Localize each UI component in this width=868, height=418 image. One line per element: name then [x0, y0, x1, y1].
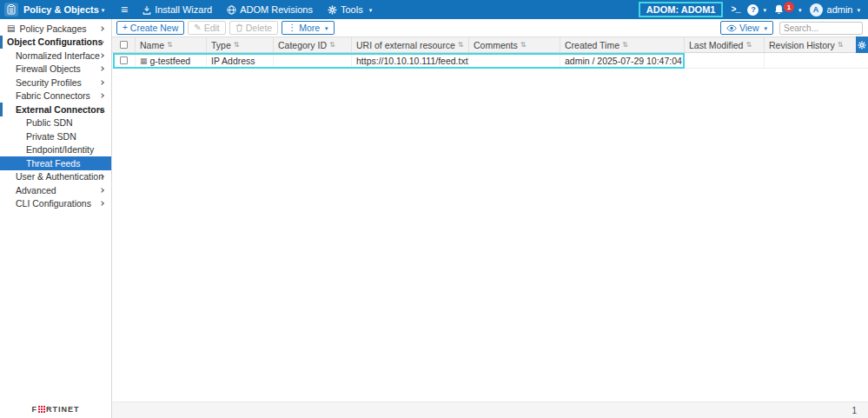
column-settings-button[interactable] — [856, 36, 868, 54]
help-icon: ? — [747, 4, 759, 16]
delete-button[interactable]: Delete — [229, 21, 278, 35]
cell-created-time: admin / 2025-07-29 10:47:04 — [560, 53, 685, 68]
adom-indicator[interactable]: ADOM: ADOM1 — [639, 2, 724, 17]
notifications-button[interactable]: 1 ▾ — [774, 4, 802, 15]
more-label: More — [299, 23, 320, 33]
user-name: admin — [827, 4, 853, 15]
table-row[interactable]: ▦ g-testfeed IP Address https://10.10.10… — [112, 53, 868, 69]
select-all-cell — [112, 37, 136, 52]
column-header-uri[interactable]: URI of external resource ⇅ — [352, 37, 469, 52]
view-button[interactable]: View ▾ — [720, 21, 773, 35]
sidebar-item-advanced[interactable]: Advanced — [0, 183, 111, 197]
sort-icon: ⇅ — [329, 41, 335, 49]
column-label: Last Modified — [689, 40, 743, 50]
sidebar-item-private-sdn[interactable]: Private SDN — [0, 129, 111, 143]
brand-prefix: F — [32, 405, 38, 414]
create-new-label: Create New — [130, 23, 178, 33]
topbar-right: ADOM: ADOM1 >_ ? ▾ 1 ▾ A admin ▾ — [639, 2, 868, 17]
delete-label: Delete — [246, 23, 272, 33]
chevron-right-icon — [99, 66, 104, 71]
sidebar-item-user-authentication[interactable]: User & Authentication — [0, 170, 111, 184]
sidebar-item-label: Firewall Objects — [16, 63, 81, 74]
plus-icon: + — [123, 23, 128, 32]
notification-badge: 1 — [784, 2, 794, 12]
sidebar-item-policy-packages[interactable]: ▤ Policy Packages — [0, 22, 111, 36]
install-wizard-button[interactable]: Install Wizard — [142, 4, 212, 15]
sidebar-item-label: Normalized Interface — [16, 50, 100, 61]
app-switcher[interactable]: Policy & Objects ▾ — [0, 3, 112, 17]
column-header-comments[interactable]: Comments ⇅ — [469, 37, 560, 52]
sort-icon: ⇅ — [167, 41, 173, 49]
sidebar-item-security-profiles[interactable]: Security Profiles — [0, 76, 111, 90]
select-all-checkbox[interactable] — [120, 41, 128, 49]
sidebar-item-external-connectors[interactable]: External Connectors — [0, 103, 111, 116]
sidebar-item-threat-feeds[interactable]: Threat Feeds — [0, 156, 111, 170]
user-menu-button[interactable]: A admin ▾ — [810, 3, 860, 17]
adom-revisions-button[interactable]: ADOM Revisions — [227, 4, 313, 15]
edit-pencil-icon: ✎ — [194, 23, 201, 32]
cell-name: ▦ g-testfeed — [136, 53, 207, 68]
more-button[interactable]: ⋮ More ▾ — [282, 21, 334, 35]
column-header-created-time[interactable]: Created Time ⇅ — [560, 37, 685, 52]
edit-button[interactable]: ✎ Edit — [188, 21, 225, 35]
chevron-right-icon — [99, 201, 104, 206]
sort-icon: ⇅ — [234, 41, 240, 49]
fortinet-logo: F RTINET — [32, 405, 80, 414]
hamburger-menu-icon[interactable]: ≡ — [121, 3, 128, 17]
cell-comments — [469, 53, 560, 68]
column-header-category-id[interactable]: Category ID ⇅ — [274, 37, 352, 52]
page-number[interactable]: 1 — [851, 406, 857, 415]
sort-icon: ⇅ — [838, 41, 844, 49]
sidebar-item-label: Threat Feeds — [26, 158, 80, 169]
chevron-right-icon — [99, 80, 104, 85]
column-header-type[interactable]: Type ⇅ — [207, 37, 274, 52]
column-label: Created Time — [565, 40, 620, 50]
sidebar-item-endpoint-identity[interactable]: Endpoint/Identity — [0, 143, 111, 157]
sidebar-item-public-sdn[interactable]: Public SDN — [0, 116, 111, 130]
main-content: + Create New ✎ Edit Delete ⋮ More ▾ — [112, 19, 868, 418]
sidebar-item-normalized-interface[interactable]: Normalized Interface — [0, 49, 111, 63]
tools-menu-button[interactable]: Tools ▾ — [328, 4, 372, 15]
toolbar: + Create New ✎ Edit Delete ⋮ More ▾ — [112, 19, 868, 36]
sidebar-item-fabric-connectors[interactable]: Fabric Connectors — [0, 90, 111, 103]
create-new-button[interactable]: + Create New — [116, 21, 184, 35]
brand-suffix: RTINET — [46, 405, 80, 414]
chevron-down-icon: ▾ — [857, 7, 860, 13]
chevron-down-icon: ▾ — [764, 25, 767, 31]
sidebar-item-label: User & Authentication — [16, 171, 103, 182]
sidebar: ▤ Policy Packages Object Configurations … — [0, 19, 112, 418]
top-bar: Policy & Objects ▾ ≡ Install Wizard ADOM… — [0, 0, 868, 19]
chevron-down-icon: ▾ — [325, 25, 328, 31]
adom-revisions-label: ADOM Revisions — [240, 4, 313, 15]
download-icon — [142, 5, 151, 15]
chevron-down-icon: ▾ — [369, 7, 373, 13]
cli-console-icon[interactable]: >_ — [731, 5, 739, 15]
sort-icon: ⇅ — [622, 41, 628, 49]
clipboard-icon — [4, 3, 18, 17]
chevron-right-icon — [99, 93, 104, 98]
chevron-down-icon: ▾ — [763, 7, 766, 13]
chevron-right-icon — [99, 188, 104, 193]
column-label: Category ID — [278, 40, 327, 50]
app-title: Policy & Objects — [23, 4, 99, 15]
cell-revision-history — [765, 53, 868, 68]
sidebar-nav: ▤ Policy Packages Object Configurations … — [0, 19, 111, 210]
search-input[interactable] — [779, 22, 863, 35]
help-menu-button[interactable]: ? ▾ — [747, 4, 766, 16]
column-header-name[interactable]: Name ⇅ — [136, 37, 207, 52]
sidebar-item-cli-configurations[interactable]: CLI Configurations — [0, 197, 111, 211]
sidebar-item-label: Private SDN — [26, 131, 76, 142]
sidebar-item-label: CLI Configurations — [16, 198, 91, 209]
sidebar-item-firewall-objects[interactable]: Firewall Objects — [0, 63, 111, 76]
toolbar-right: View ▾ — [720, 21, 863, 35]
column-header-last-modified[interactable]: Last Modified ⇅ — [685, 37, 765, 52]
sidebar-item-label: External Connectors — [16, 104, 105, 115]
sidebar-item-object-configurations[interactable]: Object Configurations — [0, 36, 111, 50]
column-header-revision-history[interactable]: Revision History ⇅ — [765, 37, 868, 52]
sidebar-item-label: Fabric Connectors — [16, 90, 90, 101]
globe-icon — [227, 5, 236, 15]
column-label: Name — [140, 40, 164, 50]
row-checkbox[interactable] — [120, 56, 128, 64]
sidebar-item-label: Advanced — [16, 185, 56, 196]
pagination-footer: 1 — [112, 401, 868, 418]
